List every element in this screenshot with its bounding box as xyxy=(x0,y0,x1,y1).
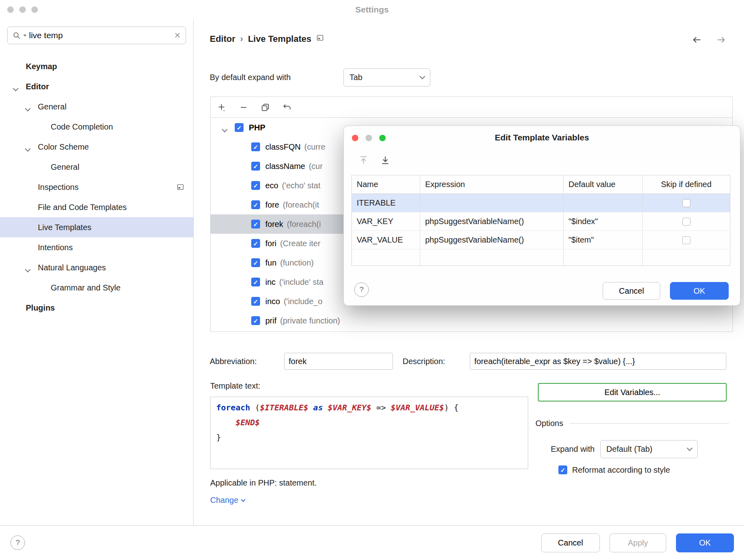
sidebar-item-live-templates[interactable]: Live Templates xyxy=(0,217,193,237)
forward-arrow-icon[interactable] xyxy=(716,35,726,45)
dialog-ok-button[interactable]: OK xyxy=(670,282,729,300)
sidebar-item-code-completion[interactable]: Code Completion xyxy=(0,117,193,137)
checkbox-checked[interactable]: ✓ xyxy=(251,258,260,267)
checkbox-checked[interactable]: ✓ xyxy=(251,200,260,209)
checkbox-unchecked[interactable] xyxy=(682,218,690,226)
variable-expression-cell[interactable] xyxy=(420,194,564,212)
description-input[interactable] xyxy=(470,353,726,370)
sidebar-item-keymap[interactable]: Keymap xyxy=(0,56,193,76)
chevron-down-icon[interactable] xyxy=(223,124,227,134)
checkbox-checked[interactable]: ✓ xyxy=(251,142,260,151)
column-header-name[interactable]: Name xyxy=(352,175,420,194)
dialog-cancel-button[interactable]: Cancel xyxy=(603,282,660,300)
move-down-icon[interactable] xyxy=(380,155,391,165)
variable-default-cell[interactable] xyxy=(564,194,643,212)
sidebar-item-grammar-and-style[interactable]: Grammar and Style xyxy=(0,278,193,298)
chevron-down-icon[interactable] xyxy=(26,144,30,153)
code-plain: ( xyxy=(250,403,260,412)
expand-with-label: Expand with xyxy=(551,445,595,454)
sidebar-item-plugins[interactable]: Plugins xyxy=(0,298,193,318)
cancel-button[interactable]: Cancel xyxy=(541,533,600,552)
undo-icon[interactable] xyxy=(282,103,292,112)
sidebar-item-inspections[interactable]: Inspections xyxy=(0,177,193,197)
column-header-expression[interactable]: Expression xyxy=(420,175,564,194)
checkbox-unchecked[interactable] xyxy=(682,236,690,244)
checkbox-checked[interactable]: ✓ xyxy=(251,181,260,190)
variable-skip-cell[interactable] xyxy=(643,231,730,249)
checkbox-checked[interactable]: ✓ xyxy=(251,239,260,248)
help-button[interactable]: ? xyxy=(10,535,25,550)
sidebar-item-label: Code Completion xyxy=(0,122,113,132)
checkbox-unchecked[interactable] xyxy=(682,199,690,207)
ok-button[interactable]: OK xyxy=(676,533,734,552)
sidebar-item-label: Keymap xyxy=(0,62,57,71)
code-plain: ) { xyxy=(444,403,459,412)
default-expand-label: By default expand with xyxy=(210,73,291,82)
checkbox-checked[interactable]: ✓ xyxy=(251,278,260,286)
move-up-icon[interactable] xyxy=(358,155,369,165)
settings-search[interactable]: ✕ xyxy=(7,27,186,44)
template-name: inc xyxy=(265,278,276,287)
reformat-checkbox-checked[interactable]: ✓ xyxy=(558,465,567,474)
chevron-down-icon[interactable] xyxy=(14,83,18,93)
chevron-down-icon[interactable] xyxy=(26,264,30,274)
tool-window-icon[interactable] xyxy=(176,183,184,193)
variable-expression-cell[interactable]: phpSuggestVariableName() xyxy=(420,231,564,249)
variable-default-cell[interactable]: "$index" xyxy=(564,212,643,231)
variable-expression-cell[interactable]: phpSuggestVariableName() xyxy=(420,212,564,231)
template-name: classFQN xyxy=(265,142,301,152)
duplicate-icon[interactable] xyxy=(260,103,270,112)
sidebar-item-general[interactable]: General xyxy=(0,97,193,117)
default-expand-select[interactable]: Tab xyxy=(343,68,430,86)
change-context-link[interactable]: Change xyxy=(210,496,245,505)
clear-search-icon[interactable]: ✕ xyxy=(174,31,181,40)
sidebar-item-color-scheme-general[interactable]: General xyxy=(0,157,193,177)
sidebar-item-label: Plugins xyxy=(0,303,55,313)
code-plain: } xyxy=(216,432,221,442)
column-header-skip-if-defined[interactable]: Skip if defined xyxy=(643,175,730,194)
template-group-name: PHP xyxy=(249,123,265,132)
back-arrow-icon[interactable] xyxy=(692,35,702,45)
reformat-row: ✓ Reformat according to style xyxy=(558,461,670,478)
abbreviation-input[interactable] xyxy=(284,353,393,370)
sidebar-item-file-and-code-templates[interactable]: File and Code Templates xyxy=(0,197,193,217)
search-icon xyxy=(12,31,21,40)
sidebar-item-natural-languages[interactable]: Natural Languages xyxy=(0,257,193,278)
breadcrumb-editor[interactable]: Editor xyxy=(210,34,236,44)
search-input[interactable] xyxy=(29,31,172,40)
variable-name-cell[interactable]: VAR_KEY xyxy=(352,212,420,231)
template-row-prif[interactable]: ✓prif(private function) xyxy=(211,311,732,330)
checkbox-checked[interactable]: ✓ xyxy=(251,297,260,306)
checkbox-checked[interactable]: ✓ xyxy=(251,162,260,171)
column-header-default-value[interactable]: Default value xyxy=(564,175,643,194)
template-text-editor[interactable]: foreach ($ITERABLE$ as $VAR_KEY$ => $VAR… xyxy=(210,397,528,469)
expand-with-select[interactable]: Default (Tab) xyxy=(600,440,698,458)
variable-name-cell[interactable]: ITERABLE xyxy=(352,194,420,212)
chevron-down-icon[interactable] xyxy=(26,103,30,113)
add-icon[interactable] xyxy=(217,103,227,112)
apply-button[interactable]: Apply xyxy=(610,533,666,552)
variable-name-cell[interactable]: VAR_VALUE xyxy=(352,231,420,249)
template-description: (cur xyxy=(309,162,322,171)
remove-icon[interactable] xyxy=(239,103,248,112)
zoom-icon[interactable] xyxy=(31,6,38,13)
minimize-icon[interactable] xyxy=(19,6,26,13)
sidebar-item-editor[interactable]: Editor xyxy=(0,76,193,97)
dialog-help-button[interactable]: ? xyxy=(354,282,369,297)
variable-default-cell[interactable]: "$item" xyxy=(564,231,643,249)
edit-variables-button[interactable]: Edit Variables... xyxy=(538,383,727,401)
sidebar-item-label: Intentions xyxy=(0,243,73,252)
close-icon[interactable] xyxy=(7,6,14,13)
sidebar-item-label: General xyxy=(0,163,79,172)
variable-skip-cell[interactable] xyxy=(643,212,730,231)
tool-window-icon[interactable] xyxy=(316,34,324,44)
sidebar-item-intentions[interactable]: Intentions xyxy=(0,237,193,257)
zoom-icon[interactable] xyxy=(379,135,386,141)
search-history-icon[interactable] xyxy=(23,35,27,37)
checkbox-checked[interactable]: ✓ xyxy=(251,316,260,325)
close-icon[interactable] xyxy=(352,135,358,141)
variable-skip-cell[interactable] xyxy=(643,194,730,212)
checkbox-checked[interactable]: ✓ xyxy=(235,123,244,132)
checkbox-checked[interactable]: ✓ xyxy=(251,220,260,229)
sidebar-item-color-scheme[interactable]: Color Scheme xyxy=(0,137,193,157)
